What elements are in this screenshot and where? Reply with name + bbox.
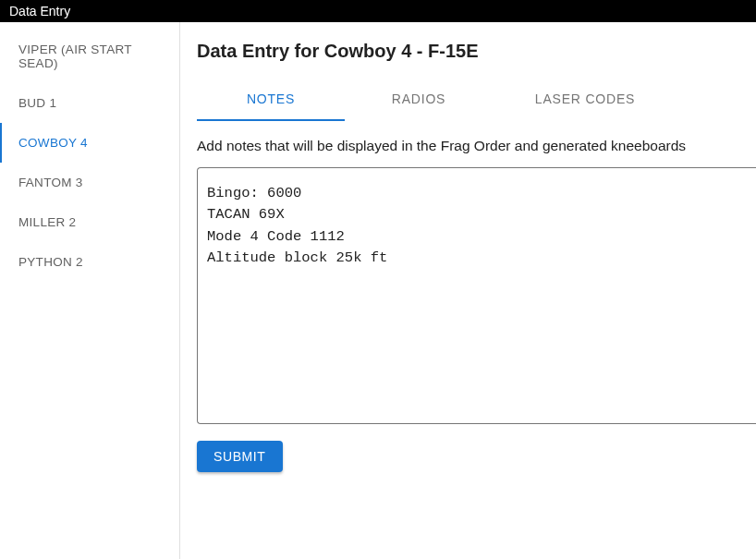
tab-radios[interactable]: RADIOS <box>345 82 493 121</box>
sidebar-item-viper[interactable]: VIPER (AIR START SEAD) <box>0 30 179 83</box>
content-wrapper: VIPER (AIR START SEAD) BUD 1 COWBOY 4 FA… <box>0 22 756 559</box>
submit-button[interactable]: SUBMIT <box>197 441 283 472</box>
tab-notes[interactable]: NOTES <box>197 82 345 121</box>
sidebar-item-label: COWBOY 4 <box>18 136 88 150</box>
tabs: NOTES RADIOS LASER CODES <box>197 82 756 121</box>
sidebar: VIPER (AIR START SEAD) BUD 1 COWBOY 4 FA… <box>0 22 180 559</box>
tab-laser-codes[interactable]: LASER CODES <box>493 82 677 121</box>
notes-textarea[interactable] <box>197 167 756 424</box>
sidebar-item-cowboy4[interactable]: COWBOY 4 <box>0 123 179 163</box>
tab-label: NOTES <box>247 91 295 106</box>
header-title: Data Entry <box>9 4 70 18</box>
page-title: Data Entry for Cowboy 4 - F-15E <box>197 41 756 62</box>
sidebar-item-miller2[interactable]: MILLER 2 <box>0 202 179 242</box>
header-bar: Data Entry <box>0 0 756 22</box>
main-panel: Data Entry for Cowboy 4 - F-15E NOTES RA… <box>180 22 756 559</box>
sidebar-item-label: FANTOM 3 <box>18 176 83 189</box>
sidebar-item-fantom3[interactable]: FANTOM 3 <box>0 163 179 202</box>
tab-label: LASER CODES <box>535 91 635 106</box>
sidebar-item-python2[interactable]: PYTHON 2 <box>0 242 179 282</box>
notes-description: Add notes that will be displayed in the … <box>197 138 756 154</box>
tab-label: RADIOS <box>392 91 445 106</box>
sidebar-item-label: VIPER (AIR START SEAD) <box>18 43 132 70</box>
sidebar-item-label: MILLER 2 <box>18 215 76 229</box>
sidebar-item-bud1[interactable]: BUD 1 <box>0 83 179 123</box>
sidebar-item-label: PYTHON 2 <box>18 255 83 269</box>
sidebar-item-label: BUD 1 <box>18 96 56 110</box>
